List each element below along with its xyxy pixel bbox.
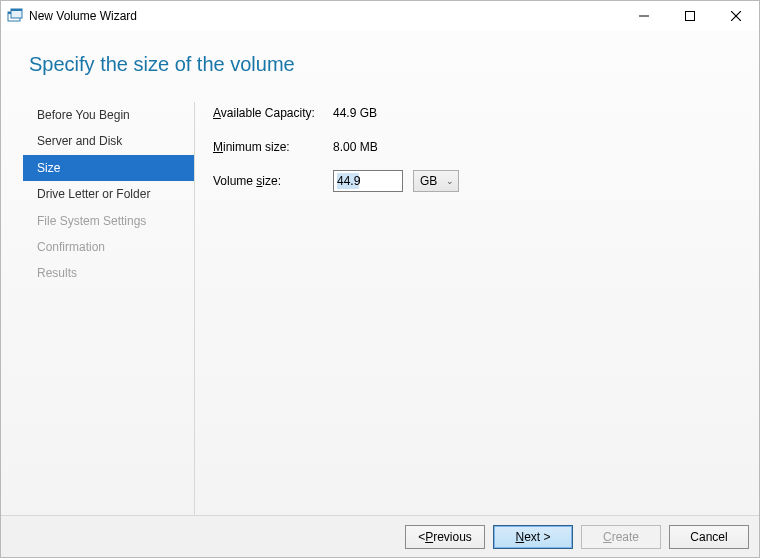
step-results: Results [23,260,194,286]
unit-select[interactable]: GB ⌄ [413,170,459,192]
volume-size-input-wrap: 44.9 [333,170,403,192]
available-capacity-row: Available Capacity: 44.9 GB [213,102,741,124]
minimum-size-value: 8.00 MB [333,140,378,154]
previous-button[interactable]: < Previous [405,525,485,549]
minimize-button[interactable] [621,1,667,31]
minimum-size-row: Minimum size: 8.00 MB [213,136,741,158]
step-drive-letter[interactable]: Drive Letter or Folder [23,181,194,207]
unit-select-value: GB [420,174,437,188]
form-panel: Available Capacity: 44.9 GB Minimum size… [195,102,759,515]
next-button[interactable]: Next > [493,525,573,549]
window-controls [621,1,759,31]
svg-rect-5 [686,12,695,21]
chevron-down-icon: ⌄ [446,176,454,186]
window-icon [7,8,23,24]
available-capacity-label: Available Capacity: [213,106,333,120]
step-confirmation: Confirmation [23,234,194,260]
wizard-body: Specify the size of the volume Before Yo… [1,31,759,557]
close-button[interactable] [713,1,759,31]
titlebar: New Volume Wizard [1,1,759,31]
minimum-size-label: Minimum size: [213,140,333,154]
maximize-button[interactable] [667,1,713,31]
step-size[interactable]: Size [23,155,194,181]
step-before-you-begin[interactable]: Before You Begin [23,102,194,128]
step-file-system: File System Settings [23,208,194,234]
svg-rect-3 [11,9,22,11]
step-server-and-disk[interactable]: Server and Disk [23,128,194,154]
wizard-window: New Volume Wizard Specify the size of th… [0,0,760,558]
footer: < Previous Next > Create Cancel [1,515,759,557]
cancel-button[interactable]: Cancel [669,525,749,549]
available-capacity-value: 44.9 GB [333,106,377,120]
steps-list: Before You Begin Server and Disk Size Dr… [23,102,195,515]
create-button: Create [581,525,661,549]
content-area: Before You Begin Server and Disk Size Dr… [1,102,759,515]
page-heading: Specify the size of the volume [1,31,759,102]
volume-size-label: Volume size: [213,174,333,188]
window-title: New Volume Wizard [29,9,137,23]
volume-size-row: Volume size: 44.9 GB ⌄ [213,170,741,192]
volume-size-input[interactable] [333,170,403,192]
